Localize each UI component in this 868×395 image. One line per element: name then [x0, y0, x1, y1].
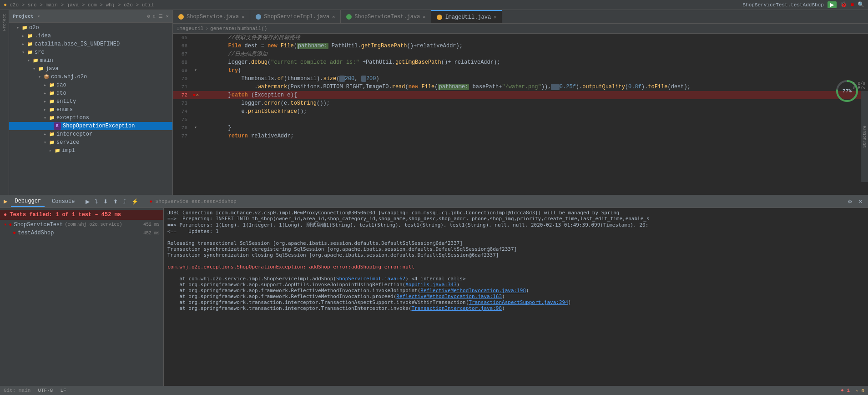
- status-encoding: UTF-8: [38, 388, 53, 393]
- tab-close-shopserviceimpl[interactable]: ✕: [332, 14, 335, 20]
- structure-label[interactable]: Structure: [863, 126, 867, 148]
- code-line-65: 65 //获取文件要保存的目标路径: [173, 34, 868, 42]
- tree-item-service[interactable]: ▾ 📁 service: [9, 138, 172, 147]
- link-reflective-198[interactable]: ReflectiveMethodInvocation.java:198: [420, 288, 526, 294]
- tree-item-exceptions[interactable]: ▾ 📁 exceptions: [9, 114, 172, 122]
- run-cursor-button[interactable]: ⤴: [121, 198, 128, 206]
- breadcrumb-sep: ›: [205, 26, 208, 31]
- settings-icon[interactable]: ⚙: [147, 13, 150, 19]
- test-method-time: 452 ms: [143, 231, 160, 236]
- code-line-66: 66 File dest = new File(pathname: PathUt…: [173, 42, 868, 50]
- right-panel-strip: Structure: [861, 91, 868, 182]
- project-arrow[interactable]: ▾: [37, 14, 40, 19]
- stop-button[interactable]: ■: [851, 2, 854, 8]
- code-line-69: 69 ▾ try{: [173, 66, 868, 75]
- step-out-button[interactable]: ⬆: [111, 198, 120, 206]
- tree-item-dto[interactable]: ▸ 📁 dto: [9, 89, 172, 97]
- breadcrumb-top: o2o > src > main > java > com > whj > o2…: [10, 2, 154, 8]
- gear-icon[interactable]: ☰: [158, 13, 163, 19]
- debug-main: ● Tests failed: 1 of 1 test – 452 ms ▾ ●…: [0, 208, 868, 386]
- tab-close-shopservice[interactable]: ✕: [242, 14, 244, 20]
- tree-item-interceptor[interactable]: ▸ 📁 interceptor: [9, 130, 172, 138]
- output-deregistering: Transaction synchronization deregisterin…: [167, 246, 864, 252]
- debug-tab-console[interactable]: Console: [48, 197, 78, 207]
- run-button[interactable]: ▶: [828, 1, 837, 8]
- output-stacktrace-4: at org.springframework.aop.framework.Ref…: [167, 294, 864, 299]
- close-icon[interactable]: ✕: [166, 13, 169, 19]
- tree-item-ShopOperationException[interactable]: E ShopOperationException: [9, 122, 172, 130]
- link-shopserviceimpl[interactable]: ShopServiceImpl.java:62: [336, 276, 405, 282]
- tree-item-dao[interactable]: ▸ 📁 dao: [9, 81, 172, 89]
- debug-tree-testaddshop[interactable]: ● testAddShop 452 ms: [0, 229, 163, 237]
- step-over-button[interactable]: ⤵: [93, 198, 100, 206]
- breadcrumb-bar: ImageUtil › generateThumbnail(): [173, 24, 868, 34]
- test-method-error-icon: ●: [13, 230, 16, 236]
- code-line-77: 77 return relativeAddr;: [173, 132, 868, 140]
- status-warnings: ⚠ 0: [855, 388, 864, 394]
- test-class-name: ShopServiceTest: [14, 222, 63, 228]
- output-exception: com.whj.o2o.exceptions.ShopOperationExce…: [167, 264, 864, 270]
- zoom-icon[interactable]: 🔍: [858, 1, 864, 8]
- code-line-70: 70 Thumbnails.of(thumbnail).size( 200, 2…: [173, 75, 868, 83]
- warning-indicator: ⚠: [196, 91, 199, 99]
- tab-close-imageutil[interactable]: ✕: [494, 15, 496, 20]
- link-aoputils[interactable]: AopUtils.java:343: [405, 282, 457, 288]
- error-indicator: ●: [192, 91, 196, 99]
- output-parameters: ==> Parameters: 1(Long), 1(Integer), 1(L…: [167, 222, 864, 228]
- breadcrumb-imageutil[interactable]: ImageUtil: [177, 26, 203, 31]
- test-class-time: 452 ms: [143, 222, 160, 227]
- test-status: Tests failed: 1 of 1 test – 452 ms: [10, 212, 121, 218]
- tree-item-impl[interactable]: ▸ 📁 impl: [9, 147, 172, 155]
- status-right: ● 1 ⚠ 0: [841, 388, 864, 394]
- code-line-73: 73 logger.error(e.toString());: [173, 99, 868, 107]
- test-status-bar: ● Tests failed: 1 of 1 test – 452 ms: [0, 210, 163, 220]
- tree-item-o2o[interactable]: ▾ 📁 o2o: [9, 24, 172, 32]
- project-tab-label[interactable]: Project: [2, 14, 7, 31]
- evaluate-button[interactable]: ⚡: [130, 198, 140, 206]
- expand-icon[interactable]: ⇅: [153, 13, 156, 19]
- debug-header-right: ⚙ ✕: [846, 198, 864, 206]
- project-label: Project: [13, 14, 34, 19]
- output-jdbc: JDBC Connection [com.mchange.v2.c3p0.imp…: [167, 210, 864, 216]
- tree-item-java[interactable]: ▾ 📁 java: [9, 65, 172, 73]
- tab-ImageUtil[interactable]: ImageUtil.java ✕: [431, 10, 502, 23]
- tab-ShopServiceImpl[interactable]: ShopServiceImpl.java ✕: [250, 10, 341, 23]
- output-preparing: ==> Preparing: INSERT INTO tb_shop(owner…: [167, 216, 864, 222]
- test-package: (com.whj.o2o.service): [65, 222, 122, 227]
- code-line-67: 67 //日志信息添加: [173, 50, 868, 58]
- output-updates: <== Updates: 1: [167, 228, 864, 234]
- code-line-68: 68 logger.debug("current complete addr i…: [173, 58, 868, 66]
- tree-item-src[interactable]: ▾ 📁 src: [9, 48, 172, 56]
- tab-ShopServiceTest[interactable]: ShopServiceTest.java ✕: [341, 10, 431, 23]
- breadcrumb-method[interactable]: generateThumbnail(): [210, 26, 267, 31]
- tree-item-enums[interactable]: ▸ 📁 enums: [9, 106, 172, 114]
- debug-header: ▶ Debugger Console ▶ ⤵ ⬇ ⬆ ⤴ ⚡ ● ShopSer…: [0, 195, 868, 208]
- debug-tab-debugger[interactable]: Debugger: [11, 196, 45, 207]
- settings-debug-button[interactable]: ⚙: [846, 198, 854, 206]
- code-line-72: 72 ● ⚠ }catch (Exception e){: [173, 91, 868, 99]
- resume-button[interactable]: ▶: [84, 198, 91, 206]
- tab-ShopService[interactable]: ShopService.java ✕: [173, 10, 250, 23]
- tree-item-catalina[interactable]: ▸ 📁 catalina.base_IS_UNDEFINED: [9, 40, 172, 48]
- link-transaction-aspect[interactable]: TransactionAspectSupport.java:294: [469, 299, 568, 305]
- debug-session-label: ● ShopServiceTest.testAddShop: [149, 199, 236, 204]
- step-into-button[interactable]: ⬇: [101, 198, 110, 206]
- output-closing: Transaction synchronization closing SqlS…: [167, 252, 864, 258]
- debug-tree-shopservicetest[interactable]: ▾ ● ShopServiceTest (com.whj.o2o.service…: [0, 220, 163, 229]
- code-line-75: 75: [173, 116, 868, 124]
- close-debug-button[interactable]: ✕: [856, 198, 864, 206]
- tree-item-main[interactable]: ▾ 📁 main: [9, 56, 172, 65]
- link-transaction-interceptor[interactable]: TransactionInterceptor.java:98: [411, 305, 502, 311]
- status-errors: ● 1: [841, 388, 850, 394]
- tab-close-shopservicetest[interactable]: ✕: [423, 14, 425, 20]
- debug-output[interactable]: JDBC Connection [com.mchange.v2.c3p0.imp…: [164, 208, 868, 386]
- tree-item-entity[interactable]: ▸ 📁 entity: [9, 97, 172, 106]
- status-bar: Git: main UTF-8 LF ● 1 ⚠ 0: [0, 386, 868, 395]
- link-reflective-163[interactable]: ReflectiveMethodInvocation.java:163: [396, 294, 502, 299]
- test-error-icon: ▾: [4, 221, 7, 228]
- tree-item-com-whj-o2o[interactable]: ▾ 📦 com.whj.o2o: [9, 73, 172, 81]
- debug-button[interactable]: 🐞: [840, 1, 847, 8]
- sidebar-header: Project ▾ ⚙ ⇅ ☰ ✕: [9, 10, 172, 23]
- session-icon: ●: [149, 199, 152, 204]
- tree-item-idea[interactable]: ▸ 📁 .idea: [9, 32, 172, 40]
